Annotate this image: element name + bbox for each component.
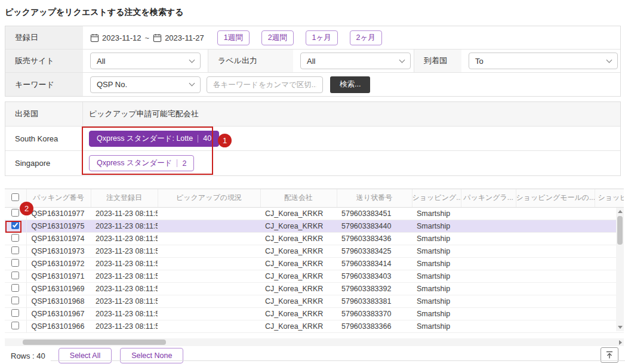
horizontal-scrollbar[interactable]: [5, 338, 624, 346]
cell-invoice_no: 579603383392: [337, 282, 412, 295]
select-all-button[interactable]: Select All: [59, 348, 112, 363]
cell-extra2: [516, 307, 595, 320]
registration-date-cell: 2023-11-12 ~ 2023-11-27 1週間 2週間 1ヶ月 2ヶ月: [83, 26, 389, 49]
range-2-months-button[interactable]: 2ヶ月: [350, 30, 382, 45]
select-none-button[interactable]: Select None: [120, 348, 183, 363]
departure-country-label: 出発国: [5, 102, 83, 126]
row-checkbox[interactable]: [11, 322, 19, 329]
cell-packing_no: QSP163101968: [26, 295, 91, 307]
table-column-header[interactable]: ピックアップの現況: [158, 189, 260, 207]
table-row[interactable]: QSP1631019712023-11-23 08:11:54CJ_Korea_…: [5, 270, 624, 282]
vertical-scrollbar[interactable]: [616, 208, 624, 331]
row-checkbox-cell[interactable]: [5, 295, 26, 307]
table-footer: Rows : 40 Select All Select None: [5, 347, 621, 364]
sales-site-select[interactable]: All: [90, 53, 201, 69]
table-column-header[interactable]: 配送会社: [260, 189, 337, 207]
table-row[interactable]: QSP1631019672023-11-23 08:11:54CJ_Korea_…: [5, 307, 624, 320]
carrier-button-qxpress-lotte[interactable]: Qxpress スタンダード: Lotte 40: [89, 131, 219, 147]
cell-carrier: CJ_Korea_KRKR: [260, 220, 337, 232]
row-checkbox-cell[interactable]: [5, 307, 26, 320]
cell-extra1: [461, 257, 516, 270]
bottom-divider: [51, 360, 625, 361]
scroll-up-arrow-icon[interactable]: [618, 210, 623, 213]
arrival-country-label: 到着国: [414, 50, 461, 72]
row-checkbox[interactable]: [11, 284, 19, 292]
table-row[interactable]: QSP1631019772023-11-23 08:11:54CJ_Korea_…: [5, 207, 624, 220]
row-checkbox-cell[interactable]: [5, 282, 26, 295]
row-checkbox-cell[interactable]: [5, 270, 26, 282]
cell-packing_no: QSP163101967: [26, 307, 91, 320]
cell-shopping: Smartship: [412, 207, 461, 220]
table-column-header[interactable]: ショッピングモールの...: [516, 189, 595, 207]
cell-invoice_no: 579603383381: [337, 295, 412, 307]
row-checkbox-cell[interactable]: [5, 320, 26, 332]
row-checkbox-cell[interactable]: [5, 245, 26, 257]
table-row[interactable]: QSP1631019682023-11-23 08:11:54CJ_Korea_…: [5, 295, 624, 307]
cell-extra1: [461, 282, 516, 295]
start-date-field[interactable]: 2023-11-12: [90, 33, 141, 42]
label-output-label: ラベル出力: [208, 50, 293, 72]
carrier-button-qxpress-standard[interactable]: Qxpress スタンダード 2: [89, 155, 194, 171]
table-row[interactable]: QSP1631019752023-11-23 08:11:54CJ_Korea_…: [5, 220, 624, 232]
table-row[interactable]: QSP1631019662023-11-23 08:11:54CJ_Korea_…: [5, 320, 624, 332]
cell-invoice_no: 579603383414: [337, 257, 412, 270]
row-checkbox[interactable]: [11, 272, 19, 279]
cell-pickup_status: [158, 295, 260, 307]
row-checkbox-cell[interactable]: [5, 207, 26, 220]
cell-order_date: 2023-11-23 08:11:54: [91, 232, 158, 245]
calendar-icon: [90, 33, 99, 42]
start-date-value: 2023-11-12: [102, 33, 141, 42]
table-column-header[interactable]: パッキングラ...: [461, 189, 516, 207]
label-output-select[interactable]: All: [300, 53, 411, 69]
search-button[interactable]: 検索...: [330, 76, 370, 93]
range-2-weeks-button[interactable]: 2週間: [261, 30, 294, 45]
vertical-scrollbar-thumb[interactable]: [617, 216, 623, 245]
scroll-down-arrow-icon[interactable]: [618, 326, 623, 329]
select-all-checkbox[interactable]: [11, 193, 19, 201]
cell-carrier: CJ_Korea_KRKR: [260, 232, 337, 245]
table-row[interactable]: QSP1631019742023-11-23 08:11:54CJ_Korea_…: [5, 232, 624, 245]
range-1-week-button[interactable]: 1週間: [217, 30, 250, 45]
cell-shopping: Smartship: [412, 245, 461, 257]
horizontal-scrollbar-thumb[interactable]: [23, 340, 166, 345]
keyword-input[interactable]: [207, 76, 323, 93]
table-column-header[interactable]: 送り状番号: [337, 189, 412, 207]
cell-order_date: 2023-11-23 08:11:54: [91, 245, 158, 257]
table-row[interactable]: QSP1631019732023-11-23 08:11:54CJ_Korea_…: [5, 245, 624, 257]
arrival-country-select[interactable]: To: [469, 53, 618, 69]
cell-extra1: [461, 320, 516, 332]
end-date-field[interactable]: 2023-11-27: [153, 33, 204, 42]
table-column-header[interactable]: パッキング番号: [26, 189, 91, 207]
cell-shopping: Smartship: [412, 307, 461, 320]
range-1-month-button[interactable]: 1ヶ月: [306, 30, 338, 45]
cell-invoice_no: 579603383425: [337, 245, 412, 257]
cell-order_date: 2023-11-23 08:11:54: [91, 307, 158, 320]
chevron-down-icon: [189, 57, 195, 63]
row-checkbox[interactable]: [11, 259, 19, 267]
row-checkbox[interactable]: [11, 297, 19, 304]
row-checkbox[interactable]: [11, 246, 19, 254]
row-checkbox[interactable]: [11, 309, 19, 317]
table-row[interactable]: QSP1631019692023-11-23 08:11:54CJ_Korea_…: [5, 282, 624, 295]
row-checkbox[interactable]: [11, 234, 19, 242]
cell-packing_no: QSP163101974: [26, 232, 91, 245]
table-column-header[interactable]: ショッピング...: [412, 189, 461, 207]
table-column-header[interactable]: ショッピ: [595, 189, 624, 207]
row-checkbox-cell[interactable]: [5, 220, 26, 232]
keyword-type-select[interactable]: QSP No.: [90, 76, 201, 93]
row-checkbox[interactable]: [11, 221, 19, 229]
cell-invoice_no: 579603383440: [337, 220, 412, 232]
scroll-right-arrow-icon[interactable]: [619, 340, 622, 345]
departure-row-singapore: Singapore Qxpress スタンダード 2: [5, 151, 620, 175]
table-row[interactable]: QSP1631019722023-11-23 08:11:54CJ_Korea_…: [5, 257, 624, 270]
table-column-header[interactable]: 注文登録日: [91, 189, 158, 207]
sales-site-cell: All: [83, 50, 208, 72]
arrival-country-value: To: [475, 57, 484, 66]
row-checkbox[interactable]: [11, 209, 19, 217]
keyword-cell: QSP No. 検索...: [83, 73, 377, 96]
cell-extra2: [516, 270, 595, 282]
row-checkbox-cell[interactable]: [5, 232, 26, 245]
country-name: South Korea: [5, 127, 83, 150]
select-all-header-cell[interactable]: [5, 189, 26, 207]
row-checkbox-cell[interactable]: [5, 257, 26, 270]
